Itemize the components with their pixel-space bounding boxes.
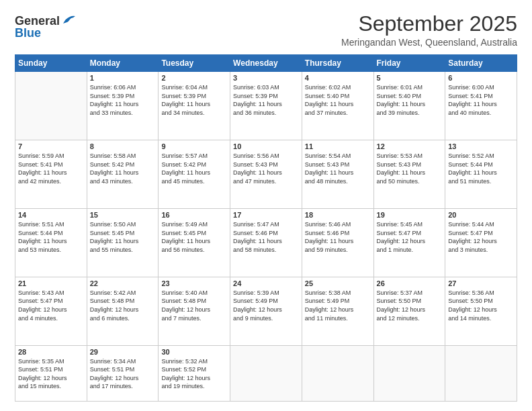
table-row: 8Sunrise: 5:58 AM Sunset: 5:42 PM Daylig… [87, 140, 159, 209]
day-number: 11 [305, 142, 371, 150]
col-friday: Friday [373, 55, 445, 72]
logo-blue: Blue [15, 27, 41, 40]
table-row: 17Sunrise: 5:47 AM Sunset: 5:46 PM Dayli… [230, 208, 302, 277]
day-info: Sunrise: 5:49 AM Sunset: 5:45 PM Dayligh… [161, 220, 227, 254]
day-number: 12 [377, 142, 443, 150]
day-number: 21 [18, 279, 84, 287]
day-info: Sunrise: 5:32 AM Sunset: 5:52 PM Dayligh… [161, 357, 227, 391]
day-info: Sunrise: 5:42 AM Sunset: 5:48 PM Dayligh… [90, 289, 156, 322]
table-row: 23Sunrise: 5:40 AM Sunset: 5:48 PM Dayli… [159, 277, 230, 345]
day-number: 14 [18, 211, 84, 219]
day-number: 10 [233, 142, 299, 150]
table-row [302, 345, 373, 401]
day-info: Sunrise: 5:44 AM Sunset: 5:47 PM Dayligh… [448, 220, 514, 254]
table-row: 12Sunrise: 5:53 AM Sunset: 5:43 PM Dayli… [373, 140, 445, 209]
day-number: 16 [161, 211, 227, 219]
table-row: 27Sunrise: 5:36 AM Sunset: 5:50 PM Dayli… [445, 277, 517, 345]
calendar-header-row: Sunday Monday Tuesday Wednesday Thursday… [15, 55, 517, 72]
day-number: 24 [233, 279, 299, 287]
day-number: 7 [18, 142, 84, 150]
table-row: 5Sunrise: 6:01 AM Sunset: 5:40 PM Daylig… [373, 72, 445, 140]
day-number: 25 [305, 279, 371, 287]
table-row: 2Sunrise: 6:04 AM Sunset: 5:39 PM Daylig… [159, 72, 230, 140]
day-number: 8 [90, 142, 156, 150]
table-row [373, 345, 445, 401]
day-info: Sunrise: 6:06 AM Sunset: 5:39 PM Dayligh… [90, 83, 156, 117]
table-row: 4Sunrise: 6:02 AM Sunset: 5:40 PM Daylig… [302, 72, 373, 140]
day-info: Sunrise: 6:02 AM Sunset: 5:40 PM Dayligh… [305, 83, 371, 117]
day-info: Sunrise: 5:46 AM Sunset: 5:46 PM Dayligh… [305, 220, 371, 254]
day-info: Sunrise: 5:53 AM Sunset: 5:43 PM Dayligh… [377, 152, 443, 185]
day-number: 29 [90, 348, 156, 356]
day-number: 1 [90, 74, 156, 82]
day-info: Sunrise: 6:03 AM Sunset: 5:39 PM Dayligh… [233, 83, 299, 117]
day-info: Sunrise: 5:56 AM Sunset: 5:43 PM Dayligh… [233, 152, 299, 185]
logo: General Blue [15, 15, 75, 40]
day-number: 5 [377, 74, 443, 82]
day-info: Sunrise: 5:50 AM Sunset: 5:45 PM Dayligh… [90, 220, 156, 254]
table-row: 21Sunrise: 5:43 AM Sunset: 5:47 PM Dayli… [15, 277, 87, 345]
day-number: 2 [161, 74, 227, 82]
table-row: 20Sunrise: 5:44 AM Sunset: 5:47 PM Dayli… [445, 208, 517, 277]
day-number: 30 [161, 348, 227, 356]
table-row: 6Sunrise: 6:00 AM Sunset: 5:41 PM Daylig… [445, 72, 517, 140]
day-info: Sunrise: 5:38 AM Sunset: 5:49 PM Dayligh… [305, 289, 371, 322]
day-info: Sunrise: 5:51 AM Sunset: 5:44 PM Dayligh… [18, 220, 84, 254]
day-number: 3 [233, 74, 299, 82]
table-row [445, 345, 517, 401]
day-info: Sunrise: 5:39 AM Sunset: 5:49 PM Dayligh… [233, 289, 299, 322]
day-info: Sunrise: 6:01 AM Sunset: 5:40 PM Dayligh… [377, 83, 443, 117]
day-info: Sunrise: 5:52 AM Sunset: 5:44 PM Dayligh… [448, 152, 514, 185]
table-row: 25Sunrise: 5:38 AM Sunset: 5:49 PM Dayli… [302, 277, 373, 345]
day-info: Sunrise: 5:34 AM Sunset: 5:51 PM Dayligh… [90, 357, 156, 391]
title-block: September 2025 Meringandan West, Queensl… [341, 12, 517, 48]
table-row: 7Sunrise: 5:59 AM Sunset: 5:41 PM Daylig… [15, 140, 87, 209]
table-row: 1Sunrise: 6:06 AM Sunset: 5:39 PM Daylig… [87, 72, 159, 140]
day-number: 19 [377, 211, 443, 219]
day-info: Sunrise: 5:59 AM Sunset: 5:41 PM Dayligh… [18, 152, 84, 185]
table-row: 3Sunrise: 6:03 AM Sunset: 5:39 PM Daylig… [230, 72, 302, 140]
day-number: 23 [161, 279, 227, 287]
day-info: Sunrise: 5:35 AM Sunset: 5:51 PM Dayligh… [18, 357, 84, 391]
table-row: 14Sunrise: 5:51 AM Sunset: 5:44 PM Dayli… [15, 208, 87, 277]
table-row: 24Sunrise: 5:39 AM Sunset: 5:49 PM Dayli… [230, 277, 302, 345]
table-row: 13Sunrise: 5:52 AM Sunset: 5:44 PM Dayli… [445, 140, 517, 209]
day-info: Sunrise: 6:04 AM Sunset: 5:39 PM Dayligh… [161, 83, 227, 117]
day-info: Sunrise: 6:00 AM Sunset: 5:41 PM Dayligh… [448, 83, 514, 117]
table-row: 22Sunrise: 5:42 AM Sunset: 5:48 PM Dayli… [87, 277, 159, 345]
day-number: 6 [448, 74, 514, 82]
table-row: 11Sunrise: 5:54 AM Sunset: 5:43 PM Dayli… [302, 140, 373, 209]
table-row: 26Sunrise: 5:37 AM Sunset: 5:50 PM Dayli… [373, 277, 445, 345]
table-row: 29Sunrise: 5:34 AM Sunset: 5:51 PM Dayli… [87, 345, 159, 401]
month-title: September 2025 [341, 12, 517, 36]
col-sunday: Sunday [15, 55, 87, 72]
table-row [15, 72, 87, 140]
day-info: Sunrise: 5:37 AM Sunset: 5:50 PM Dayligh… [377, 289, 443, 322]
table-row: 30Sunrise: 5:32 AM Sunset: 5:52 PM Dayli… [159, 345, 230, 401]
day-info: Sunrise: 5:45 AM Sunset: 5:47 PM Dayligh… [377, 220, 443, 254]
table-row [230, 345, 302, 401]
day-number: 9 [161, 142, 227, 150]
day-number: 13 [448, 142, 514, 150]
day-number: 26 [377, 279, 443, 287]
table-row: 10Sunrise: 5:56 AM Sunset: 5:43 PM Dayli… [230, 140, 302, 209]
day-info: Sunrise: 5:57 AM Sunset: 5:42 PM Dayligh… [161, 152, 227, 185]
table-row: 18Sunrise: 5:46 AM Sunset: 5:46 PM Dayli… [302, 208, 373, 277]
logo-bird-icon [60, 14, 75, 26]
day-number: 27 [448, 279, 514, 287]
day-info: Sunrise: 5:54 AM Sunset: 5:43 PM Dayligh… [305, 152, 371, 185]
day-number: 18 [305, 211, 371, 219]
day-info: Sunrise: 5:40 AM Sunset: 5:48 PM Dayligh… [161, 289, 227, 322]
col-wednesday: Wednesday [230, 55, 302, 72]
day-number: 15 [90, 211, 156, 219]
day-info: Sunrise: 5:58 AM Sunset: 5:42 PM Dayligh… [90, 152, 156, 185]
table-row: 19Sunrise: 5:45 AM Sunset: 5:47 PM Dayli… [373, 208, 445, 277]
calendar: Sunday Monday Tuesday Wednesday Thursday… [15, 54, 517, 402]
table-row: 16Sunrise: 5:49 AM Sunset: 5:45 PM Dayli… [159, 208, 230, 277]
day-number: 17 [233, 211, 299, 219]
day-number: 4 [305, 74, 371, 82]
day-info: Sunrise: 5:36 AM Sunset: 5:50 PM Dayligh… [448, 289, 514, 322]
col-thursday: Thursday [302, 55, 373, 72]
header: General Blue September 2025 Meringandan … [15, 12, 517, 48]
day-number: 20 [448, 211, 514, 219]
